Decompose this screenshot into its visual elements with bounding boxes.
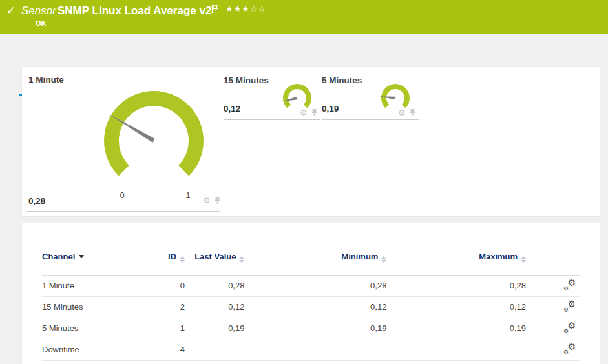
cell-last: 0,12	[185, 296, 244, 318]
table-row[interactable]: 1 Minute00,280,280,28⚙⚙	[42, 275, 580, 296]
gauge-value-1-minute: 0,28	[28, 196, 45, 206]
gear-icon[interactable]: ⚙	[398, 109, 406, 117]
channel-table-header-row: Channel ID Last Value Minimum Maximum	[42, 252, 580, 275]
channels-card: Channel ID Last Value Minimum Maximum 1 …	[22, 223, 600, 364]
table-row[interactable]: 15 Minutes20,120,120,12⚙⚙	[42, 296, 580, 318]
tab-bar: Overview Live Data 2 days 30 days 365 da…	[0, 34, 608, 67]
column-header-actions	[526, 252, 580, 275]
channel-settings-gears-icon[interactable]: ⚙⚙	[563, 301, 576, 312]
column-header-last-value[interactable]: Last Value	[185, 252, 244, 275]
gauge-scale-max: 1	[183, 190, 193, 200]
table-row[interactable]: Downtime-4⚙⚙	[42, 339, 580, 360]
channel-table-body: 1 Minute00,280,280,28⚙⚙15 Minutes20,120,…	[42, 275, 580, 360]
sort-icons	[521, 256, 526, 263]
gauge-1-minute	[96, 83, 212, 199]
column-header-channel[interactable]: Channel	[42, 252, 145, 275]
sensor-status-header: ✓ Sensor SNMP Linux Load Average v2 ★★★☆…	[0, 0, 608, 34]
cell-actions: ⚙⚙	[526, 275, 580, 296]
cell-max: 0,19	[386, 318, 526, 339]
cell-min: 0,12	[244, 296, 386, 318]
sort-desc-icon	[79, 255, 84, 258]
cell-last: 0,28	[185, 275, 244, 296]
cell-channel: 1 Minute	[42, 275, 145, 296]
cell-id: 0	[145, 275, 185, 296]
panel-divider	[26, 211, 220, 212]
cell-channel: 5 Minutes	[42, 318, 145, 339]
sensor-status-text: OK	[36, 19, 47, 27]
gauge-value-15-minutes: 0,12	[224, 104, 240, 114]
cell-channel: 15 Minutes	[42, 296, 145, 318]
stars-empty: ☆☆	[250, 4, 266, 14]
gauge-tools-15-minutes: ⚙	[300, 108, 317, 117]
channel-settings-gears-icon[interactable]: ⚙⚙	[563, 322, 576, 333]
cell-max: 0,28	[386, 275, 526, 296]
cell-min	[244, 339, 386, 360]
cell-actions: ⚙⚙	[526, 318, 580, 339]
channel-table: Channel ID Last Value Minimum Maximum 1 …	[42, 252, 580, 361]
panel-divider	[322, 119, 419, 120]
cell-last	[185, 339, 244, 360]
status-check-icon: ✓	[6, 4, 16, 17]
sort-icons	[381, 256, 386, 263]
object-kind-label: Sensor	[21, 5, 56, 17]
cell-actions: ⚙⚙	[526, 296, 580, 318]
pin-icon[interactable]	[311, 108, 317, 117]
cell-id: 1	[145, 318, 185, 339]
cell-id: 2	[145, 296, 185, 318]
gauge-value-5-minutes: 0,19	[322, 104, 339, 114]
cell-max	[386, 339, 526, 360]
table-row[interactable]: 5 Minutes10,190,190,19⚙⚙	[42, 318, 580, 339]
cell-last: 0,19	[185, 318, 244, 339]
panel-divider	[224, 119, 320, 120]
gauges-card: 1 Minute 0 1 0,28 ⚙ 15 Minutes 0,12 ⚙	[22, 67, 600, 216]
sensor-page: ✓ Sensor SNMP Linux Load Average v2 ★★★☆…	[0, 0, 608, 364]
cell-min: 0,19	[244, 318, 386, 339]
cell-max: 0,12	[386, 296, 526, 318]
gauge-title-15-minutes: 15 Minutes	[224, 76, 269, 85]
column-header-id[interactable]: ID	[145, 252, 185, 275]
gear-icon[interactable]: ⚙	[203, 197, 211, 205]
channel-settings-gears-icon[interactable]: ⚙⚙	[563, 279, 576, 290]
sort-icons	[239, 256, 244, 263]
gauge-scale-min: 0	[118, 190, 127, 200]
cell-actions: ⚙⚙	[526, 339, 580, 360]
gear-icon[interactable]: ⚙	[300, 109, 308, 117]
channel-settings-gears-icon[interactable]: ⚙⚙	[563, 343, 576, 354]
sort-icons	[180, 256, 185, 263]
column-header-maximum[interactable]: Maximum	[386, 252, 526, 275]
gauge-title-1-minute: 1 Minute	[28, 75, 64, 85]
gauge-title-5-minutes: 5 Minutes	[322, 76, 362, 85]
column-header-minimum[interactable]: Minimum	[244, 252, 386, 275]
stars-filled: ★★★	[225, 4, 250, 14]
gauge-tools-5-minutes: ⚙	[398, 108, 415, 117]
cell-min: 0,28	[244, 275, 386, 296]
priority-stars[interactable]: ★★★☆☆	[225, 4, 266, 14]
sensor-title: SNMP Linux Load Average v2	[58, 5, 211, 17]
cell-id: -4	[145, 339, 185, 360]
gauge-tools-1-minute: ⚙	[203, 196, 220, 205]
pin-icon[interactable]	[215, 196, 220, 205]
cell-channel: Downtime	[42, 339, 145, 360]
pin-icon[interactable]	[410, 108, 415, 117]
recommend-flag-icon[interactable]	[211, 5, 219, 14]
